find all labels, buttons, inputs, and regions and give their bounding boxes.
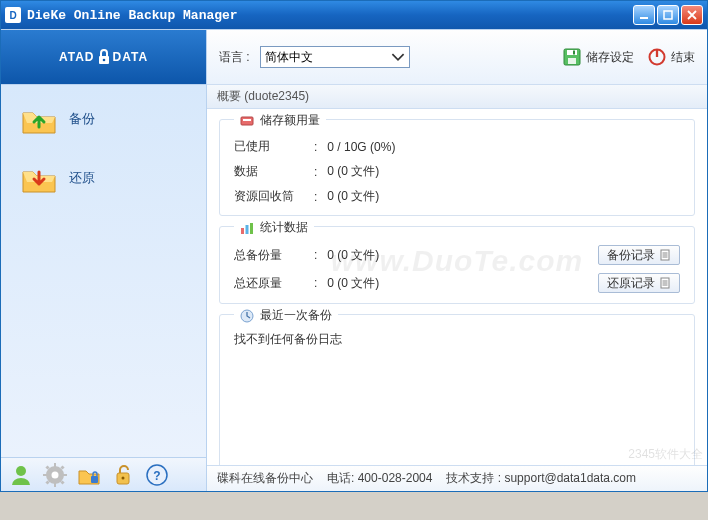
row-key: 已使用 (234, 138, 304, 155)
end-button[interactable]: 结束 (648, 48, 695, 66)
window-title: DieKe Online Backup Manager (27, 8, 633, 23)
user-icon[interactable] (9, 463, 33, 487)
svg-point-6 (52, 471, 59, 478)
svg-rect-7 (54, 463, 56, 467)
svg-rect-21 (567, 50, 577, 55)
sidebar-item-backup[interactable]: 备份 (7, 91, 200, 146)
svg-point-4 (16, 466, 26, 476)
sidebar: ATAD DATA 备份 还 (1, 30, 206, 491)
titlebar: D DieKe Online Backup Manager (1, 1, 707, 29)
svg-rect-8 (54, 483, 56, 487)
power-icon (648, 48, 666, 66)
folder-down-icon (19, 158, 59, 198)
logo-right: DATA (113, 50, 149, 64)
clock-icon (240, 309, 254, 323)
toolbar-right: 储存设定 结束 (563, 48, 695, 66)
group-quota: 储存额用量 已使用: 0 / 10G (0%) 数据: 0 (0 文件) 资源回… (219, 119, 695, 216)
svg-rect-10 (63, 474, 67, 476)
window-controls (633, 5, 703, 25)
close-button[interactable] (681, 5, 703, 25)
logo-text: ATAD DATA (59, 48, 148, 66)
row-value: 0 / 10G (0%) (327, 140, 395, 154)
svg-text:?: ? (153, 469, 160, 483)
stats-backup-row: 总备份量: 0 (0 文件) 备份记录 (234, 245, 680, 265)
recent-title: 最近一次备份 (260, 307, 332, 324)
quota-title: 储存额用量 (260, 112, 320, 129)
end-label: 结束 (671, 49, 695, 66)
logo: ATAD DATA (1, 30, 206, 85)
button-label: 备份记录 (607, 247, 655, 264)
quota-data-row: 数据: 0 (0 文件) (234, 163, 680, 180)
floppy-icon (563, 48, 581, 66)
chevron-down-icon (391, 50, 405, 64)
svg-rect-30 (250, 223, 253, 234)
row-value: 0 (0 文件) (327, 247, 379, 264)
footer-center: 碟科在线备份中心 (217, 470, 313, 487)
footer: 碟科在线备份中心 电话: 400-028-2004 技术支持 : support… (207, 465, 707, 491)
quota-trash-row: 资源回收筒: 0 (0 文件) (234, 188, 680, 205)
content: www.DuoTe.com 储存额用量 已使用: 0 / 10G (0%) 数据… (207, 109, 707, 465)
folder-up-icon (19, 99, 59, 139)
language-value: 简体中文 (265, 49, 313, 66)
backup-log-button[interactable]: 备份记录 (598, 245, 680, 265)
footer-phone: 电话: 400-028-2004 (327, 470, 432, 487)
row-value: 0 (0 文件) (327, 275, 379, 292)
help-icon[interactable]: ? (145, 463, 169, 487)
group-stats: 统计数据 总备份量: 0 (0 文件) 备份记录 总还原量: (219, 226, 695, 304)
svg-rect-23 (573, 51, 575, 55)
recent-empty: 找不到任何备份日志 (234, 331, 680, 348)
row-value: 0 (0 文件) (327, 163, 379, 180)
group-title: 最近一次备份 (234, 307, 338, 324)
restore-log-button[interactable]: 还原记录 (598, 273, 680, 293)
row-value: 0 (0 文件) (327, 188, 379, 205)
maximize-button[interactable] (657, 5, 679, 25)
svg-rect-15 (91, 476, 98, 483)
overview-header: 概要 (duote2345) (207, 85, 707, 109)
overview-title: 概要 (duote2345) (217, 88, 309, 105)
row-key: 总备份量 (234, 247, 304, 264)
document-icon (659, 249, 671, 261)
sidebar-item-label: 备份 (69, 110, 95, 128)
svg-rect-28 (241, 228, 244, 234)
language-label: 语言 : (219, 49, 250, 66)
logo-left: ATAD (59, 50, 95, 64)
main: 语言 : 简体中文 储存设定 (206, 30, 707, 491)
svg-rect-22 (568, 58, 576, 64)
app-icon: D (5, 7, 21, 23)
bar-chart-icon (240, 221, 254, 235)
svg-rect-29 (246, 225, 249, 234)
group-title: 储存额用量 (234, 112, 326, 129)
folder-lock-icon[interactable] (77, 463, 101, 487)
row-key: 资源回收筒 (234, 188, 304, 205)
svg-rect-0 (640, 17, 648, 19)
gear-icon[interactable] (43, 463, 67, 487)
disk-icon (240, 114, 254, 128)
unlock-icon[interactable] (111, 463, 135, 487)
footer-support: 技术支持 : support@data1data.com (446, 470, 636, 487)
window: D DieKe Online Backup Manager ATAD (0, 0, 708, 492)
quota-used-row: 已使用: 0 / 10G (0%) (234, 138, 680, 155)
document-icon (659, 277, 671, 289)
language-select[interactable]: 简体中文 (260, 46, 410, 68)
button-label: 还原记录 (607, 275, 655, 292)
sidebar-item-restore[interactable]: 还原 (7, 150, 200, 205)
bottom-toolbar: ? (1, 457, 206, 491)
body: ATAD DATA 备份 还 (1, 29, 707, 491)
svg-rect-27 (243, 119, 251, 121)
toolbar: 语言 : 简体中文 储存设定 (207, 30, 707, 85)
svg-rect-9 (43, 474, 47, 476)
row-key: 总还原量 (234, 275, 304, 292)
stats-restore-row: 总还原量: 0 (0 文件) 还原记录 (234, 273, 680, 293)
row-key: 数据 (234, 163, 304, 180)
svg-rect-1 (664, 11, 672, 19)
save-label: 储存设定 (586, 49, 634, 66)
stats-title: 统计数据 (260, 219, 308, 236)
save-settings-button[interactable]: 储存设定 (563, 48, 634, 66)
minimize-button[interactable] (633, 5, 655, 25)
sidebar-item-label: 还原 (69, 169, 95, 187)
group-recent: 最近一次备份 找不到任何备份日志 (219, 314, 695, 465)
nav: 备份 还原 (1, 85, 206, 457)
svg-point-17 (122, 476, 125, 479)
lock-icon (97, 48, 111, 66)
group-title: 统计数据 (234, 219, 314, 236)
